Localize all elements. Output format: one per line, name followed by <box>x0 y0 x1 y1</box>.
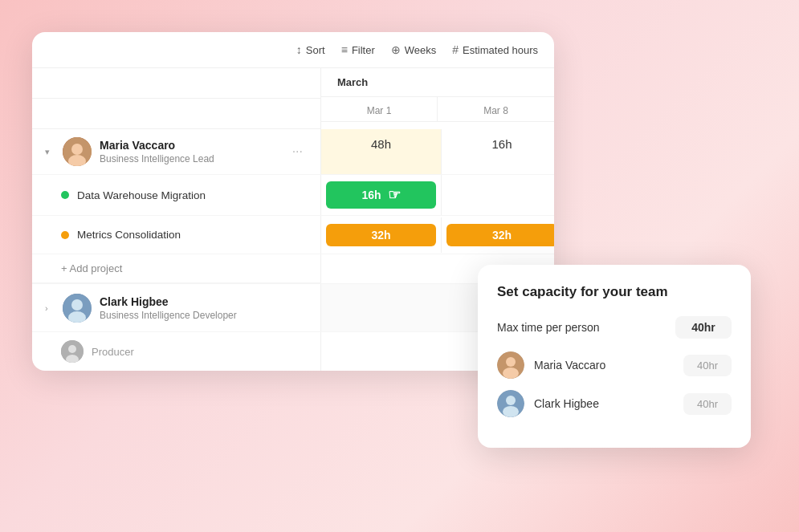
project-mc-bar-1[interactable]: 32h <box>326 224 436 246</box>
project-row-mc: Metrics Consolidation 32h 32h <box>32 216 554 254</box>
cap-clark-row: Clark Higbee <box>497 390 732 417</box>
project-dwm-bar[interactable]: 16h ☞ <box>326 181 436 209</box>
project-mc-label: Metrics Consolidation <box>32 216 321 254</box>
sort-icon: ↕ <box>296 43 302 56</box>
weeks-button[interactable]: ⊕ Weeks <box>391 43 437 56</box>
week-col-2: Mar 8 <box>438 97 554 121</box>
project-row-dwm: Data Warehouse Migration 16h ☞ <box>32 175 554 216</box>
clark-avatar <box>63 294 92 323</box>
filter-icon: ≡ <box>341 43 348 56</box>
capacity-title: Set capacity for your team <box>497 284 732 300</box>
producer-avatar-img <box>61 340 84 363</box>
producer-avatar <box>61 340 84 363</box>
left-panel <box>32 68 321 129</box>
clark-avatar-img <box>63 294 92 323</box>
maria-hours-mar1: 48h <box>321 129 442 174</box>
add-project-button[interactable]: + Add project <box>32 254 321 283</box>
cap-maria-avatar <box>497 351 524 379</box>
cap-maria-avatar-img <box>497 351 524 379</box>
max-time-input[interactable] <box>675 316 732 339</box>
maria-avatar-img <box>63 137 92 166</box>
zoom-icon: ⊕ <box>391 43 401 56</box>
cap-clark-avatar-img <box>497 390 524 417</box>
max-time-row: Max time per person <box>497 316 732 339</box>
toolbar: ↕ Sort ≡ Filter ⊕ Weeks # Estimated hour… <box>32 32 554 68</box>
project-mc-mar1: 32h <box>321 217 442 253</box>
maria-hours-mar8: 16h <box>442 129 554 174</box>
maria-hours-cells: 48h 16h <box>321 129 554 174</box>
maria-info: Maria Vaccaro Business Intelligence Lead <box>100 139 279 164</box>
project-dwm-name: Data Warehouse Migration <box>77 189 206 201</box>
add-project-wrapper: + Add project <box>32 254 554 284</box>
right-panel: March Mar 1 Mar 8 <box>321 68 554 129</box>
max-time-label: Max time per person <box>497 321 675 334</box>
svg-point-1 <box>71 144 83 155</box>
maria-role: Business Intelligence Lead <box>100 153 279 164</box>
project-mc-name: Metrics Consolidation <box>77 229 181 241</box>
filter-button[interactable]: ≡ Filter <box>341 43 375 56</box>
maria-row: ▾ Maria Vaccaro Business Intelligence Le… <box>32 129 554 175</box>
clark-role: Business Intelligence Developer <box>100 310 308 321</box>
cap-maria-input[interactable] <box>683 355 732 376</box>
week-col-1: Mar 1 <box>321 97 438 121</box>
svg-point-10 <box>506 357 516 367</box>
month-header: March <box>321 68 554 97</box>
clark-left: › Clark Higbee Business Intelligence Dev… <box>32 284 321 331</box>
clark-info: Clark Higbee Business Intelligence Devel… <box>100 295 308 321</box>
project-dwm-dot <box>61 191 69 199</box>
svg-point-4 <box>71 299 83 311</box>
maria-left: ▾ Maria Vaccaro Business Intelligence Le… <box>32 129 321 174</box>
capacity-panel: Set capacity for your team Max time per … <box>478 265 751 448</box>
grid: March Mar 1 Mar 8 <box>32 68 554 129</box>
cap-clark-avatar <box>497 390 524 417</box>
svg-point-7 <box>68 345 76 353</box>
sort-button[interactable]: ↕ Sort <box>296 43 325 56</box>
producer-label: Producer <box>32 332 321 371</box>
svg-point-14 <box>503 406 519 417</box>
cap-clark-input[interactable] <box>683 393 732 415</box>
svg-point-13 <box>506 396 516 405</box>
project-mc-dot <box>61 231 69 239</box>
project-mc-cells: 32h 32h <box>321 216 554 254</box>
project-dwm-mar1: 16h ☞ <box>321 175 442 215</box>
week-headers: Mar 1 Mar 8 <box>321 97 554 122</box>
expand-chevron[interactable]: ▾ <box>45 147 55 157</box>
cap-maria-name: Maria Vaccaro <box>534 359 683 372</box>
project-dwm-mar8 <box>442 189 554 201</box>
maria-name: Maria Vaccaro <box>100 139 279 152</box>
clark-row: › Clark Higbee Business Intelligence Dev… <box>32 284 554 332</box>
maria-more-button[interactable]: ··· <box>287 143 308 160</box>
clark-name: Clark Higbee <box>100 295 308 308</box>
hash-icon: # <box>452 43 459 56</box>
cap-clark-name: Clark Higbee <box>534 397 683 410</box>
producer-row: Producer <box>32 332 554 371</box>
svg-point-11 <box>503 368 519 379</box>
cap-maria-row: Maria Vaccaro <box>497 351 732 379</box>
project-dwm-label: Data Warehouse Migration <box>32 175 321 215</box>
project-dwm-cells: 16h ☞ <box>321 175 554 215</box>
maria-avatar <box>63 137 92 166</box>
drag-cursor-icon: ☞ <box>388 186 401 204</box>
project-mc-bar-2[interactable]: 32h <box>446 224 554 246</box>
main-gantt-card: ↕ Sort ≡ Filter ⊕ Weeks # Estimated hour… <box>32 32 554 371</box>
estimated-hours-button[interactable]: # Estimated hours <box>452 43 538 56</box>
clark-expand-chevron[interactable]: › <box>45 303 55 313</box>
project-mc-mar8: 32h <box>442 217 554 253</box>
